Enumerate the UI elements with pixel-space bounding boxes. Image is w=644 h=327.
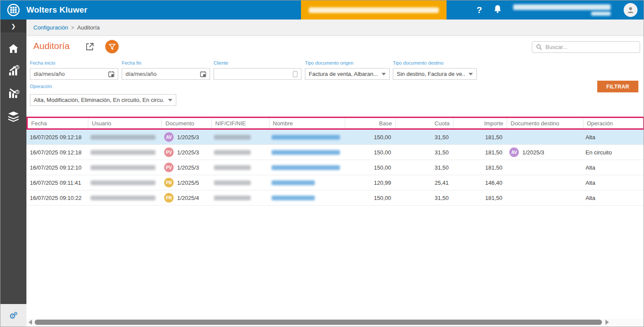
notifications-bell-icon[interactable] (493, 4, 502, 16)
cell-nif (210, 145, 268, 160)
cliente-field[interactable] (214, 68, 301, 80)
user-account-menu[interactable] (513, 4, 611, 16)
svg-text:€: € (16, 65, 18, 69)
calendar-icon[interactable] (200, 71, 206, 78)
documento-number: 1/2025/4 (177, 195, 199, 201)
sidebar-item-home[interactable] (7, 42, 20, 55)
column-header-importe[interactable]: Importe (453, 118, 507, 128)
cell-base: 120,99 (344, 175, 395, 190)
wolters-kluwer-logo-icon[interactable] (0, 3, 26, 16)
table-row[interactable]: 16/07/2025 09:10:22PR1/2025/4150,0031,50… (26, 190, 644, 206)
cell-operacion: Alta (582, 160, 644, 175)
cell-nombre (268, 190, 344, 205)
column-header-usuario[interactable]: Usuario (88, 118, 162, 128)
cell-importe: 181,50 (452, 145, 506, 160)
search-box[interactable] (532, 41, 640, 53)
cell-nif (210, 130, 268, 144)
fecha-inicio-input[interactable] (34, 71, 108, 77)
column-header-operacion[interactable]: Operación (583, 118, 644, 128)
column-header-nombre[interactable]: Nombre (269, 118, 345, 128)
cell-nif (210, 190, 268, 205)
cell-nombre (268, 160, 344, 175)
column-header-dest[interactable]: Documento destino (507, 118, 583, 128)
operacion-select[interactable]: Alta, Modificación, Eliminación, En circ… (30, 94, 176, 106)
cell-documento-destino (506, 190, 582, 205)
cell-documento-destino: AV1/2025/3 (506, 145, 582, 160)
scroll-right-arrow-icon[interactable] (605, 320, 609, 325)
sidebar-nav: ❯ € (0, 20, 26, 304)
table-row[interactable]: 16/07/2025 09:12:10PV1/2025/3150,0031,50… (26, 160, 644, 175)
fecha-inicio-label: Fecha inicio (30, 60, 55, 65)
user-avatar[interactable] (624, 3, 638, 17)
operacion-label: Operación (30, 84, 52, 89)
redacted-text (91, 150, 155, 155)
cell-documento-destino (506, 160, 582, 175)
cell-nif (210, 175, 268, 190)
cell-nombre (268, 145, 344, 160)
redacted-text (91, 180, 155, 185)
cell-documento: AV1/2025/3 (161, 130, 210, 144)
sidebar-item-layers-icon[interactable] (7, 110, 20, 123)
redacted-text (91, 196, 155, 200)
filters-panel: Fecha inicio Fecha fin Cliente (26, 57, 644, 117)
sidebar-item-ingresos-chart-up-icon[interactable]: € (7, 65, 20, 78)
cell-usuario (87, 130, 161, 144)
open-in-new-window-icon[interactable] (85, 43, 94, 53)
table-row[interactable]: 16/07/2025 09:11:41PR1/2025/5120,9925,41… (26, 175, 644, 190)
cell-base: 150,00 (344, 160, 395, 175)
table-row[interactable]: 16/07/2025 09:12:18AV1/2025/3150,0031,50… (26, 130, 644, 145)
tipo-doc-origen-value: Factura de venta, Albaran... (309, 71, 378, 77)
redacted-text (214, 150, 251, 155)
cell-documento-destino (506, 175, 582, 190)
sidebar-item-gastos-chart-down-icon[interactable]: € (7, 87, 20, 100)
scroll-left-arrow-icon[interactable] (29, 320, 32, 325)
cell-fecha: 16/07/2025 09:12:10 (26, 160, 87, 175)
horizontal-scrollbar (26, 319, 644, 326)
tipo-doc-origen-label: Tipo documento origen (305, 60, 353, 65)
cell-documento: PR1/2025/5 (161, 175, 210, 190)
cliente-input[interactable] (217, 71, 293, 77)
table-header-row: FechaUsuarioDocumentoNIF/CIF/NIENombreBa… (26, 117, 644, 130)
cell-nombre (268, 130, 344, 144)
table-row[interactable]: 16/07/2025 09:12:18PV1/2025/3150,0031,50… (26, 145, 644, 160)
cell-usuario (87, 190, 161, 205)
settings-gears-icon[interactable]: ⚙ ⚙ (6, 310, 19, 323)
chevron-down-icon (168, 99, 172, 101)
cell-importe: 181,50 (452, 160, 506, 175)
company-banner[interactable] (301, 0, 447, 20)
filter-funnel-icon[interactable] (105, 40, 119, 53)
fecha-fin-input[interactable] (126, 71, 200, 77)
page-title: Auditoría (33, 41, 70, 51)
column-header-fecha[interactable]: Fecha (28, 118, 88, 128)
redacted-text (272, 135, 340, 140)
app-window: Wolters Kluwer ? (0, 0, 644, 327)
tipo-doc-origen-select[interactable]: Factura de venta, Albaran... (305, 68, 390, 80)
redacted-text (91, 135, 155, 140)
cliente-lookup-icon[interactable] (293, 71, 298, 78)
cell-base: 150,00 (344, 130, 395, 144)
user-subline-redacted (591, 12, 611, 16)
chevron-down-icon (469, 73, 473, 75)
column-header-documento[interactable]: Documento (162, 118, 212, 128)
filtrar-button[interactable]: FILTRAR (597, 81, 638, 92)
calendar-icon[interactable] (108, 71, 114, 78)
cell-operacion: Alta (582, 130, 644, 144)
cell-importe: 181,50 (452, 190, 506, 205)
doc-type-badge-pv: PV (164, 147, 174, 157)
column-header-base[interactable]: Base (345, 118, 396, 128)
fecha-inicio-field[interactable] (30, 68, 118, 80)
brand-title: Wolters Kluwer (26, 5, 87, 15)
sidebar-expand-chevron-icon[interactable]: ❯ (0, 20, 26, 33)
fecha-fin-field[interactable] (122, 68, 210, 80)
cell-documento-destino (506, 130, 582, 144)
column-header-nif[interactable]: NIF/CIF/NIE (212, 118, 269, 128)
redacted-text (272, 180, 315, 185)
breadcrumb-configuracion-link[interactable]: Configuración (33, 24, 68, 31)
search-input[interactable] (546, 44, 636, 50)
scrollbar-thumb[interactable] (35, 320, 602, 325)
svg-text:⚙: ⚙ (13, 311, 18, 316)
help-icon[interactable]: ? (476, 5, 482, 15)
cell-operacion: En circuito (582, 145, 644, 160)
tipo-doc-destino-select[interactable]: Sin destino, Factura de ve... (393, 68, 477, 80)
column-header-cuota[interactable]: Cuota (396, 118, 453, 128)
